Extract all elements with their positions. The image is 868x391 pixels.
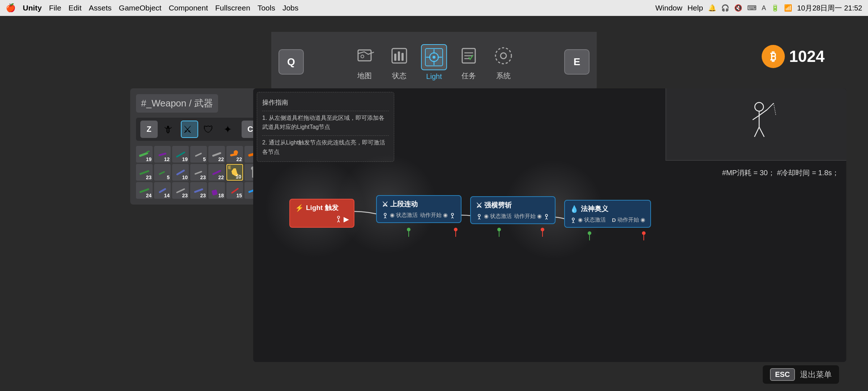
apple-menu[interactable]: 🍎: [6, 3, 16, 13]
weapon-slot[interactable]: 22: [208, 146, 225, 163]
keyboard-icon: ⌨: [747, 4, 757, 12]
svg-point-87: [545, 214, 548, 216]
node-graph-panel: 操作指南 1. 从左侧道具栏拖动道具至此区域，即可添加各武道具对应的LightT…: [253, 88, 846, 362]
menu-unity[interactable]: Unity: [23, 4, 42, 12]
wifi-icon: 📶: [784, 4, 792, 12]
menu-component[interactable]: Component: [169, 4, 208, 12]
menu-jobs[interactable]: Jobs: [282, 4, 298, 12]
svg-text:✦: ✦: [224, 124, 232, 135]
node-graph[interactable]: ⚡ Light 触发 ▶ ⚔ 上段连动: [253, 88, 846, 362]
trigger-icon: ⚡: [295, 204, 304, 212]
svg-point-1: [361, 55, 364, 58]
svg-line-73: [337, 220, 339, 222]
datetime-display: 10月28日周一 21:52: [797, 3, 862, 13]
menu-fullscreen[interactable]: Fullscreen: [215, 4, 250, 12]
svg-line-78: [385, 217, 386, 218]
action-attack-icon[interactable]: 🗡: [161, 121, 178, 138]
svg-point-66: [541, 228, 544, 231]
svg-point-64: [497, 228, 501, 231]
menu-help[interactable]: Help: [688, 4, 703, 12]
weapon-slot[interactable]: 15: [226, 182, 243, 199]
action-shield-icon[interactable]: 🛡: [201, 121, 218, 138]
weapon-slot[interactable]: 24: [136, 182, 153, 199]
weapon-slot[interactable]: 18: [208, 182, 225, 199]
menu-assets[interactable]: Assets: [89, 4, 112, 12]
port-icon-left3: [570, 217, 576, 223]
battery-icon: 🔋: [771, 4, 779, 12]
weapon-slot[interactable]: 5: [154, 164, 171, 181]
weapon-slot[interactable]: 22: [226, 146, 243, 163]
action2-icon: ⚔: [476, 201, 482, 210]
port-icon-right2: [543, 213, 550, 220]
toolbar-icons: 地图 状态: [307, 43, 561, 81]
bitcoin-display: ₿ 1024: [762, 45, 825, 68]
panel-title: #_Weapon / 武器: [136, 94, 218, 113]
node-trigger[interactable]: ⚡ Light 触发 ▶: [289, 199, 354, 228]
action-select-icon[interactable]: ⚔: [181, 121, 198, 138]
action-star-icon[interactable]: ✦: [221, 121, 239, 138]
action-key-z[interactable]: Z: [140, 121, 158, 138]
svg-point-17: [501, 53, 506, 59]
port-icon-left2: [476, 213, 482, 220]
svg-point-83: [478, 214, 480, 216]
key-q-button[interactable]: Q: [278, 49, 304, 75]
svg-point-60: [407, 228, 410, 231]
toolbar: Q 地图: [271, 32, 597, 92]
weapon-slot[interactable]: 10: [172, 164, 189, 181]
node-action-3[interactable]: 💧 法神奥义 ◉ 状态激活 D 动作开始 ◉: [564, 200, 651, 228]
menu-file[interactable]: File: [49, 4, 61, 12]
svg-rect-47: [212, 189, 218, 196]
toolbar-system[interactable]: 系统: [490, 43, 516, 81]
node-action-2[interactable]: ⚔ 强横劈斩 ◉ 状态激活 动作开始 ◉: [470, 196, 556, 224]
toolbar-map[interactable]: 地图: [352, 43, 378, 81]
notification-icon: 🔔: [708, 4, 716, 12]
svg-text:🗡: 🗡: [163, 124, 173, 135]
svg-point-75: [384, 213, 386, 215]
weapon-slot[interactable]: 22: [208, 164, 225, 181]
toolbar-status[interactable]: 状态: [386, 43, 412, 81]
toolbar-light[interactable]: Light: [421, 44, 447, 81]
weapon-slot-selected[interactable]: E 10: [226, 164, 243, 181]
weapon-slot[interactable]: 19: [172, 146, 189, 163]
weapon-slot[interactable]: 23: [190, 164, 207, 181]
walking-icon: [335, 216, 342, 223]
audio-icon: 🎧: [721, 4, 729, 12]
svg-line-86: [479, 218, 480, 219]
svg-line-82: [452, 217, 454, 218]
weapon-slot[interactable]: 19: [136, 146, 153, 163]
weapon-slot[interactable]: 12: [154, 146, 171, 163]
svg-rect-24: [146, 150, 150, 153]
weapon-slot[interactable]: 14: [154, 182, 171, 199]
menu-gameobject[interactable]: GameObject: [119, 4, 162, 12]
weapon-slot[interactable]: 23: [136, 164, 153, 181]
input-icon: A: [762, 4, 766, 12]
toolbar-task[interactable]: 任务: [456, 43, 482, 81]
menu-edit[interactable]: Edit: [68, 4, 81, 12]
bitcoin-amount: 1024: [789, 47, 825, 66]
svg-text:⚔: ⚔: [183, 124, 192, 135]
esc-key[interactable]: ESC: [770, 368, 795, 381]
svg-rect-3: [394, 54, 396, 61]
svg-line-74: [339, 220, 340, 222]
action3-icon: 💧: [570, 205, 579, 213]
menu-bar: 🍎 Unity File Edit Assets GameObject Comp…: [0, 0, 868, 16]
esc-label: 退出菜单: [800, 369, 832, 380]
weapon-slot[interactable]: 23: [172, 182, 189, 199]
node-action-1[interactable]: ⚔ 上段连动 ◉ 状态激活 动作开始 ◉: [376, 195, 461, 223]
svg-rect-4: [398, 51, 400, 61]
svg-rect-5: [401, 53, 404, 61]
svg-line-90: [546, 218, 548, 219]
action1-icon: ⚔: [382, 200, 388, 209]
key-e-button[interactable]: E: [564, 49, 590, 75]
svg-point-91: [572, 218, 574, 220]
game-area: Q 地图: [0, 16, 868, 391]
weapon-slot[interactable]: 5: [190, 146, 207, 163]
svg-line-94: [573, 222, 574, 223]
bitcoin-icon: ₿: [762, 45, 785, 68]
weapon-slot[interactable]: 23: [190, 182, 207, 199]
menu-tools[interactable]: Tools: [258, 4, 275, 12]
svg-rect-30: [230, 153, 238, 156]
svg-point-79: [451, 213, 454, 215]
menu-window[interactable]: Window: [655, 4, 682, 12]
svg-rect-34: [159, 171, 165, 175]
